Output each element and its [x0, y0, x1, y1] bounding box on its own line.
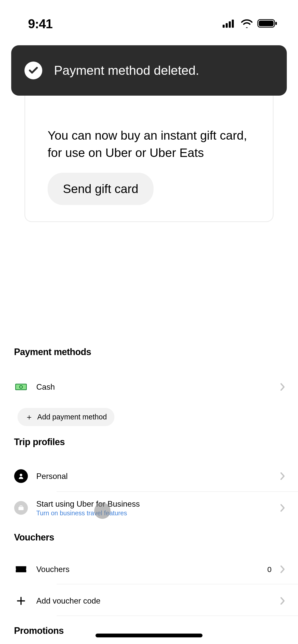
trip-profile-business-label: Start using Uber for Business [36, 499, 140, 508]
chevron-right-icon [280, 472, 285, 480]
wifi-icon [240, 19, 253, 29]
trip-profile-business[interactable]: Start using Uber for Business Turn on bu… [0, 496, 298, 520]
vouchers-label: Vouchers [36, 565, 69, 574]
payment-method-cash[interactable]: Cash [0, 377, 298, 397]
payment-method-label: Cash [36, 382, 55, 391]
svg-rect-0 [223, 25, 225, 28]
trip-profile-business-sublabel[interactable]: Turn on business travel features [36, 509, 140, 517]
trip-profile-label: Personal [36, 472, 67, 481]
add-payment-method-button[interactable]: ＋ Add payment method [18, 408, 115, 426]
gift-card-text: You can now buy an instant gift card, fo… [48, 127, 250, 162]
vouchers-heading: Vouchers [0, 532, 298, 543]
svg-rect-5 [259, 21, 274, 26]
chevron-right-icon [280, 383, 285, 391]
svg-rect-11 [20, 506, 22, 507]
touch-indicator [94, 503, 111, 519]
cash-icon [14, 383, 28, 391]
status-time: 9:41 [28, 17, 52, 31]
vouchers-row[interactable]: Vouchers 0 [0, 559, 298, 579]
add-voucher-code-row[interactable]: Add voucher code [0, 591, 298, 611]
svg-rect-6 [275, 22, 277, 25]
voucher-icon [14, 566, 28, 573]
person-icon [14, 469, 28, 483]
plus-icon: ＋ [25, 413, 33, 421]
svg-rect-1 [226, 23, 228, 28]
cellular-icon [223, 19, 236, 29]
chevron-right-icon [280, 504, 285, 512]
vouchers-count: 0 [267, 565, 272, 574]
send-gift-card-button[interactable]: Send gift card [48, 173, 154, 205]
checkmark-icon [24, 62, 42, 79]
toast-notification: Payment method deleted. [11, 45, 287, 96]
svg-point-9 [20, 474, 22, 476]
svg-rect-2 [229, 21, 231, 28]
add-voucher-code-label: Add voucher code [36, 596, 100, 605]
toast-message: Payment method deleted. [54, 63, 199, 78]
add-payment-method-label: Add payment method [37, 413, 107, 421]
svg-rect-3 [232, 20, 234, 28]
plus-icon [14, 596, 28, 605]
status-icons [223, 19, 278, 29]
trip-profile-personal[interactable]: Personal [0, 466, 298, 486]
svg-rect-7 [16, 384, 26, 390]
chevron-right-icon [280, 597, 285, 605]
chevron-right-icon [280, 565, 285, 573]
payment-methods-heading: Payment methods [0, 346, 298, 357]
battery-icon [257, 19, 278, 29]
trip-profiles-heading: Trip profiles [0, 436, 298, 447]
status-bar: 9:41 [0, 0, 298, 38]
home-indicator [96, 634, 202, 637]
briefcase-icon [14, 501, 28, 515]
